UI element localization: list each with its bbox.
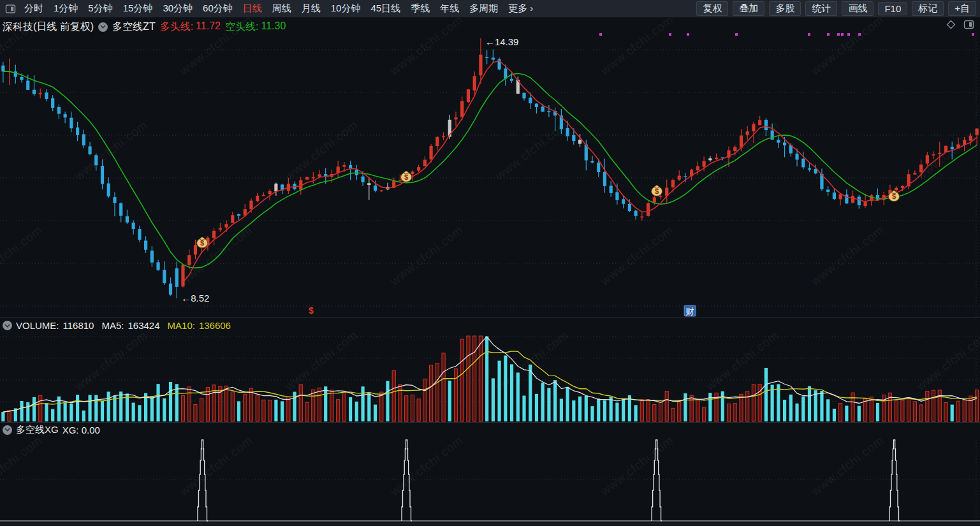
volume-pane	[0, 333, 980, 422]
toolbar-period-8[interactable]: 周线	[267, 3, 296, 15]
toolbar-tool-1[interactable]: 复权	[696, 1, 728, 16]
toolbar-period-6[interactable]: 60分钟	[198, 3, 238, 15]
volume-label: VOLUME:	[16, 320, 59, 331]
signal-indicator-name: 多空线XG	[16, 424, 59, 436]
toolbar-tool-8[interactable]: +自	[948, 1, 976, 16]
money-bag-icon: $	[401, 171, 412, 182]
signal-header: 多空线XG XG: 0.00	[0, 422, 980, 437]
volume-chart[interactable]	[0, 333, 980, 422]
toolbar-period-3[interactable]: 5分钟	[83, 3, 117, 15]
dollar-marker: $	[309, 305, 314, 316]
app-window: 分时1分钟5分钟15分钟30分钟60分钟日线周线月线10分钟45日线季线年线多周…	[0, 0, 980, 526]
toolbar-period-4[interactable]: 15分钟	[118, 3, 158, 15]
toolbar-tool-7[interactable]: 标记	[912, 1, 944, 16]
high-price-label: ←14.39	[485, 36, 519, 47]
signal-chart[interactable]	[0, 437, 980, 523]
svg-text:$: $	[892, 193, 896, 200]
toolbar-period-5[interactable]: 30分钟	[157, 3, 198, 15]
svg-text:$: $	[200, 239, 204, 247]
ma5-value: 163424	[128, 320, 159, 331]
toolbar-period-9[interactable]: 月线	[296, 3, 326, 15]
volume-header: VOLUME: 116810 MA5: 163424 MA10: 136606	[0, 317, 980, 333]
signal-spike	[889, 440, 900, 521]
toolbar-tool-3[interactable]: 多股	[769, 1, 801, 16]
ma10-value: 136606	[199, 320, 231, 331]
ma10-label: MA10:	[168, 320, 195, 331]
bottom-edge	[0, 523, 980, 526]
collapse-volume-icon[interactable]	[3, 321, 12, 330]
signal-spike	[652, 440, 662, 521]
toolbar-period-2[interactable]: 1分钟	[48, 3, 83, 15]
collapse-signal-icon[interactable]	[3, 425, 12, 435]
toolbar-tool-6[interactable]: F10	[878, 2, 907, 15]
toolbar-period-15[interactable]: 更多 ›	[503, 3, 538, 15]
signal-dots-row	[0, 18, 980, 36]
period-menu: 分时1分钟5分钟15分钟30分钟60分钟日线周线月线10分钟45日线季线年线多周…	[19, 3, 538, 15]
toolbar-tool-4[interactable]: 统计	[805, 1, 837, 16]
toolbar-period-11[interactable]: 45日线	[365, 3, 406, 15]
signal-value: XG: 0.00	[62, 425, 100, 435]
layout-panel-icon[interactable]	[5, 4, 17, 14]
toolbar-period-12[interactable]: 季线	[406, 3, 435, 15]
ma5-label: MA5:	[101, 320, 124, 331]
signal-spike	[198, 440, 208, 521]
toolbar-period-14[interactable]: 多周期	[464, 3, 503, 15]
toolbar-period-13[interactable]: 年线	[435, 3, 464, 15]
toolbar-tool-2[interactable]: 叠加	[733, 1, 764, 16]
main-price-pane: ←14.39←8.52$$$$$财	[0, 36, 980, 317]
volume-value: 116810	[63, 320, 94, 331]
signal-spike	[402, 440, 412, 521]
cai-marker: 财	[684, 305, 696, 316]
top-toolbar: 分时1分钟5分钟15分钟30分钟60分钟日线周线月线10分钟45日线季线年线多周…	[0, 0, 980, 18]
toolbar-period-10[interactable]: 10分钟	[326, 3, 366, 15]
money-bag-icon: $	[652, 186, 662, 196]
svg-text:$: $	[404, 173, 408, 181]
signal-pane	[0, 437, 980, 523]
svg-text:财: 财	[686, 307, 694, 316]
low-price-label: ←8.52	[181, 293, 209, 303]
main-price-chart[interactable]: ←14.39←8.52$$$$$财	[0, 36, 980, 317]
toolbar-period-1[interactable]: 分时	[19, 3, 48, 15]
money-bag-icon: $	[197, 237, 208, 248]
chart-header: 深科技(日线 前复权) 多空线ZT 多头线: 11.72 空头线: 11.30	[0, 18, 980, 36]
toolbar-tool-5[interactable]: 画线	[842, 1, 874, 16]
toolbar-period-7[interactable]: 日线	[238, 3, 267, 15]
svg-text:$: $	[655, 187, 659, 195]
tools-menu: 复权叠加多股统计画线F10标记+自	[696, 1, 976, 16]
